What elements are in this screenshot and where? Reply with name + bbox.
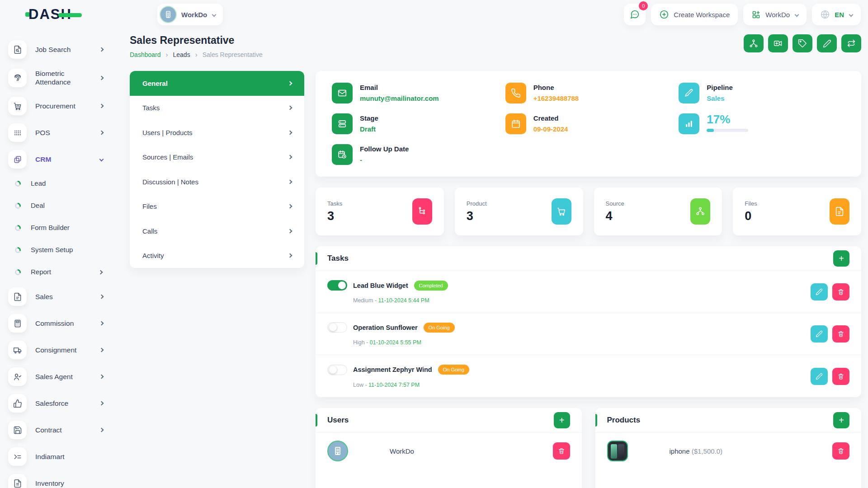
chevron-right-icon — [99, 295, 104, 299]
sidebar-subitem-label: Lead — [31, 179, 46, 188]
edit-task-button[interactable] — [811, 283, 828, 300]
users-title: Users — [327, 416, 349, 425]
delete-task-button[interactable] — [832, 368, 849, 385]
chevron-right-icon — [288, 179, 292, 184]
task-toggle[interactable] — [327, 280, 347, 291]
create-workspace-button[interactable]: Create Workspace — [651, 4, 738, 25]
edit-task-button[interactable] — [811, 368, 828, 385]
remove-user-button[interactable] — [553, 442, 570, 460]
user-row: WorkDo — [316, 433, 582, 469]
chevron-right-icon — [99, 75, 104, 80]
workspace-selector[interactable]: WorkDo — [157, 4, 223, 25]
sidebar-subitem-deal[interactable]: Deal — [8, 195, 121, 217]
sidebar-item-label: CRM — [35, 155, 51, 164]
topbar: DASH WorkDo 0 Create Workspace WorkDo EN — [0, 0, 868, 29]
language-selector[interactable]: EN — [812, 4, 861, 25]
swap-arrows-icon — [847, 39, 856, 48]
add-product-button[interactable]: + — [833, 412, 849, 428]
sidebar-item-salesforce[interactable]: Salesforce — [8, 390, 121, 417]
stages-button[interactable] — [744, 34, 764, 52]
stat-card-tasks: Tasks 3 — [316, 188, 444, 235]
workspace-name: WorkDo — [181, 11, 207, 19]
sidebar-item-label: Procurement — [35, 102, 75, 110]
chevron-right-icon — [99, 131, 104, 135]
stat-label: Files — [745, 200, 757, 207]
task-status-badge: Completed — [414, 281, 448, 291]
add-task-button[interactable]: + — [833, 250, 849, 267]
app-logo[interactable]: DASH — [25, 6, 120, 23]
sidebar-item-label: Consignment — [35, 346, 76, 354]
trash-icon — [837, 373, 844, 380]
menu-item-calls[interactable]: Calls — [130, 219, 304, 244]
chevron-right-icon — [288, 253, 292, 258]
sidebar-item-procurement[interactable]: Procurement — [8, 93, 121, 119]
labels-button[interactable] — [793, 34, 812, 52]
menu-item-discussion-notes[interactable]: Discussion | Notes — [130, 169, 304, 194]
messages-button[interactable]: 0 — [624, 4, 646, 25]
menu-item-tasks[interactable]: Tasks — [130, 96, 304, 121]
sidebar-subitem-label: Report — [31, 268, 51, 277]
sidebar-item-sales-agent[interactable]: Sales Agent — [8, 363, 121, 390]
edit-lead-button[interactable] — [817, 34, 837, 52]
stat-value: 3 — [467, 209, 487, 223]
task-toggle[interactable] — [327, 322, 347, 333]
remove-product-button[interactable] — [832, 442, 849, 460]
stat-label: Tasks — [327, 200, 342, 207]
chevron-down-icon — [795, 12, 799, 17]
grid-plus-icon — [751, 10, 761, 19]
product-image — [607, 441, 628, 461]
task-toggle[interactable] — [327, 365, 347, 375]
sidebar-item-commission[interactable]: Commission — [8, 310, 121, 337]
sidebar: Job Search Biometric Attendance Procurem… — [0, 29, 121, 488]
stat-value: 4 — [606, 209, 624, 223]
bottom-row: Users + WorkDo Products + — [316, 408, 861, 488]
lead-detail-menu: General Tasks Users | Products Sources |… — [130, 71, 304, 268]
stat-card-source: Source 4 — [594, 188, 722, 235]
product-name: iphone ($1,500.0) — [670, 447, 723, 455]
menu-item-users-products[interactable]: Users | Products — [130, 120, 304, 145]
sidebar-item-pos[interactable]: POS — [8, 119, 121, 146]
add-user-button[interactable]: + — [554, 412, 570, 428]
menu-item-label: Users | Products — [142, 129, 193, 136]
sidebar-item-indiamart[interactable]: Indiamart — [8, 443, 121, 470]
edit-task-button[interactable] — [811, 325, 828, 343]
cart-icon — [552, 198, 571, 225]
sidebar-subitem-system-setup[interactable]: System Setup — [8, 239, 121, 261]
menu-item-general[interactable]: General — [130, 71, 304, 96]
sidebar-item-sales[interactable]: Sales — [8, 283, 121, 310]
breadcrumb-dashboard-link[interactable]: Dashboard — [130, 51, 161, 58]
sidebar-item-label: Indiamart — [35, 452, 65, 461]
sidebar-item-job-search[interactable]: Job Search — [8, 36, 121, 63]
info-value: 09-09-2024 — [533, 125, 568, 133]
sidebar-subitem-lead[interactable]: Lead — [8, 173, 121, 195]
menu-item-files[interactable]: Files — [130, 194, 304, 219]
sidebar-item-contract[interactable]: Contract — [8, 417, 121, 443]
globe-icon — [820, 9, 830, 19]
breadcrumb-leads-link[interactable]: Leads — [173, 51, 190, 58]
info-value: - — [360, 156, 409, 164]
menu-item-activity[interactable]: Activity — [130, 244, 304, 268]
breadcrumb-current: Sales Representative — [203, 51, 263, 58]
menu-item-sources-emails[interactable]: Sources | Emails — [130, 145, 304, 170]
task-row: Lead Blue Widget Completed Medium - 11-1… — [316, 271, 861, 313]
file-icon — [830, 198, 849, 225]
lead-info-card: Email munuty@mailinator.com Phone +16239… — [316, 71, 861, 177]
sidebar-item-crm[interactable]: CRM — [8, 146, 121, 173]
delete-task-button[interactable] — [832, 283, 849, 300]
convert-button[interactable] — [841, 34, 861, 52]
sidebar-item-consignment[interactable]: Consignment — [8, 337, 121, 363]
users-header: Users + — [316, 408, 582, 433]
sidebar-subitem-report[interactable]: Report — [8, 261, 121, 283]
meeting-button[interactable] — [768, 34, 788, 52]
sidebar-item-biometric-attendance[interactable]: Biometric Attendance — [8, 63, 121, 93]
page-actions — [744, 34, 861, 52]
sidebar-subitem-form-builder[interactable]: Form Builder — [8, 217, 121, 239]
pen-icon — [679, 83, 699, 103]
company-selector[interactable]: WorkDo — [743, 4, 807, 25]
menu-item-label: Calls — [142, 227, 157, 235]
sidebar-item-label: Contract — [35, 426, 62, 434]
chevron-right-icon — [99, 104, 104, 108]
sidebar-item-inventory[interactable]: Inventory — [8, 470, 121, 488]
bullet-ring-icon — [15, 181, 21, 187]
delete-task-button[interactable] — [832, 325, 849, 343]
